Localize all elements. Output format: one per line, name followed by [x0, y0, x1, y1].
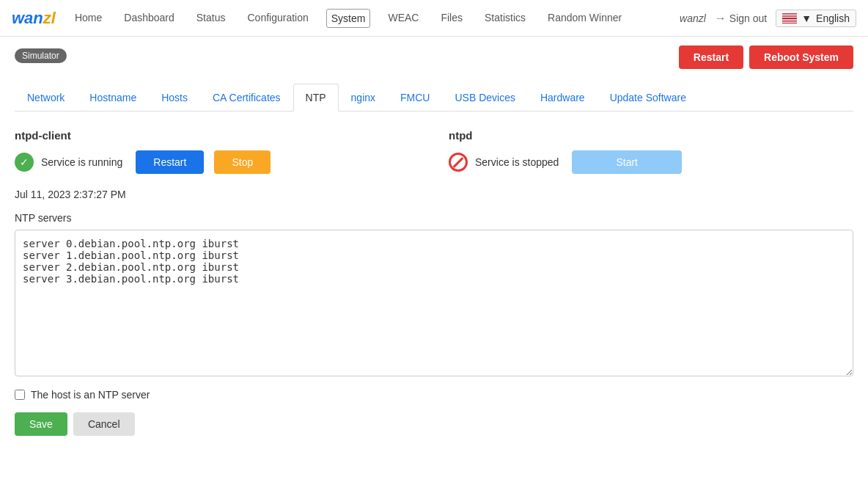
nav-random-winner[interactable]: Random Winner [543, 9, 626, 28]
tab-nginx[interactable]: nginx [339, 84, 388, 112]
nav-system[interactable]: System [326, 9, 371, 28]
save-button[interactable]: Save [15, 412, 67, 436]
language-label: English [816, 12, 850, 24]
ntpd-status-row: Service is stopped Start [449, 150, 853, 174]
tab-fmcu[interactable]: FMCU [388, 84, 442, 112]
timestamp: Jul 11, 2023 2:37:27 PM [15, 189, 853, 200]
tab-usb-devices[interactable]: USB Devices [442, 84, 527, 112]
nav-statistics[interactable]: Statistics [480, 9, 530, 28]
ntp-servers-label: NTP servers [15, 212, 853, 224]
tab-hosts[interactable]: Hosts [149, 84, 200, 112]
bottom-actions: Save Cancel [15, 412, 853, 436]
navbar: wanzl Home Dashboard Status Configuratio… [0, 0, 868, 37]
nav-links: Home Dashboard Status Configuration Syst… [70, 9, 680, 28]
main-content: Simulator Restart Reboot System Network … [0, 37, 868, 448]
ntpd-client-status-text: Service is running [41, 156, 122, 168]
cancel-button[interactable]: Cancel [73, 412, 135, 436]
ntp-server-checkbox[interactable] [15, 390, 25, 400]
nav-weac[interactable]: WEAC [383, 9, 423, 28]
navbar-right: wanzl → Sign out ▼ English [680, 10, 856, 27]
restart-button[interactable]: Restart [679, 45, 743, 69]
flag-icon [782, 13, 797, 23]
nav-files[interactable]: Files [436, 9, 467, 28]
nav-configuration[interactable]: Configuration [243, 9, 312, 28]
header-row: Simulator Restart Reboot System [15, 48, 853, 73]
running-icon: ✓ [15, 153, 34, 172]
current-user: wanzl [680, 12, 706, 24]
tab-hardware[interactable]: Hardware [528, 84, 597, 112]
tab-ntp[interactable]: NTP [293, 84, 339, 112]
ntpd-client-status-row: ✓ Service is running Restart Stop [15, 150, 419, 174]
signout-label: Sign out [729, 12, 767, 24]
nav-home[interactable]: Home [70, 9, 106, 28]
tab-hostname[interactable]: Hostname [77, 84, 149, 112]
signout-icon: → [715, 12, 727, 25]
ntp-servers-textarea[interactable]: server 0.debian.pool.ntp.org iburst serv… [15, 230, 853, 376]
signout-button[interactable]: → Sign out [715, 12, 767, 25]
ntp-server-checkbox-label: The host is an NTP server [31, 389, 150, 401]
brand-name: wanzl [12, 9, 56, 27]
tab-update-software[interactable]: Update Software [597, 84, 699, 112]
stop-circle-icon [449, 153, 468, 172]
ntpd-status-text: Service is stopped [475, 156, 559, 168]
stopped-icon [449, 153, 468, 172]
ntpd-panel: ntpd Service is stopped Start [449, 129, 853, 174]
brand-logo[interactable]: wanzl [12, 9, 56, 28]
tab-network[interactable]: Network [15, 84, 77, 112]
ntpd-client-restart-button[interactable]: Restart [136, 150, 204, 174]
reboot-system-button[interactable]: Reboot System [749, 45, 853, 69]
ntpd-title: ntpd [449, 129, 853, 142]
ntpd-client-panel: ntpd-client ✓ Service is running Restart… [15, 129, 419, 174]
language-selector[interactable]: ▼ English [776, 10, 856, 27]
nav-status[interactable]: Status [192, 9, 230, 28]
ntpd-client-stop-button[interactable]: Stop [214, 150, 271, 174]
ntpd-client-title: ntpd-client [15, 129, 419, 142]
tabs-row: Network Hostname Hosts CA Certificates N… [15, 84, 853, 112]
services-row: ntpd-client ✓ Service is running Restart… [15, 129, 853, 174]
ntp-server-checkbox-row: The host is an NTP server [15, 389, 853, 401]
ntpd-start-button[interactable]: Start [572, 150, 682, 174]
simulator-badge: Simulator [15, 48, 67, 63]
top-actions: Restart Reboot System [679, 45, 853, 69]
tab-ca-certificates[interactable]: CA Certificates [200, 84, 293, 112]
language-dropdown-icon: ▼ [801, 12, 812, 24]
nav-dashboard[interactable]: Dashboard [119, 9, 179, 28]
